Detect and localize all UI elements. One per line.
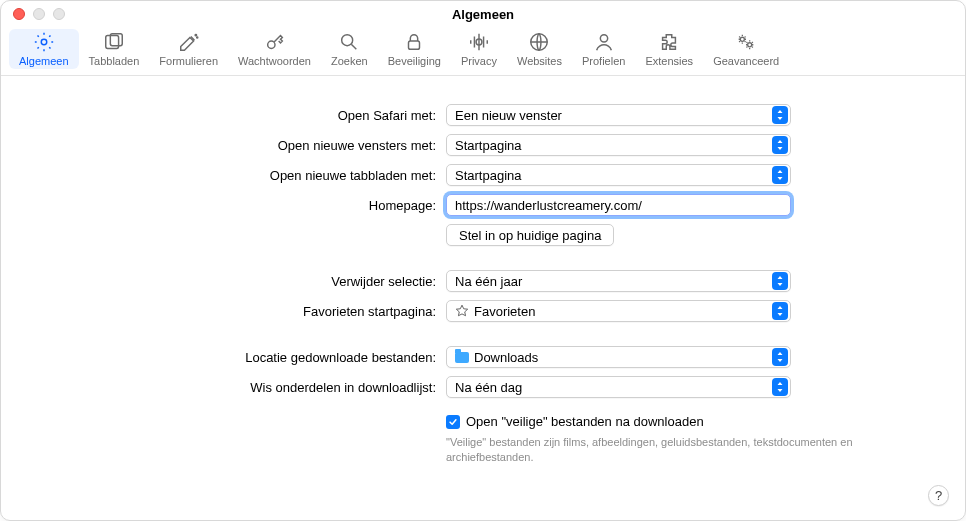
privacy-icon [468,31,490,53]
svg-rect-7 [409,41,420,49]
toolbar-tab-general[interactable]: Algemeen [9,29,79,69]
toolbar-tab-advanced[interactable]: Geavanceerd [703,29,789,69]
toolbar-tab-label: Formulieren [159,55,218,67]
favorites-home-value: Favorieten [455,304,772,319]
remove-selection-label: Verwijder selectie: [51,274,446,289]
profiles-icon [593,31,615,53]
svg-point-11 [740,37,744,41]
toolbar-tab-label: Profielen [582,55,625,67]
new-tabs-value: Startpagina [455,168,772,183]
general-icon [33,31,55,53]
security-icon [403,31,425,53]
new-windows-label: Open nieuwe vensters met: [51,138,446,153]
svg-point-0 [41,39,47,45]
open-safe-files-checkbox-row[interactable]: Open "veilige" bestanden na downloaden [446,414,791,429]
search-icon [338,31,360,53]
toolbar-tab-tabs[interactable]: Tabbladen [79,29,150,69]
set-homepage-button[interactable]: Stel in op huidige pagina [446,224,614,246]
select-arrows-icon [772,136,788,154]
folder-icon [455,352,469,363]
toolbar-tab-label: Wachtwoorden [238,55,311,67]
new-windows-value: Startpagina [455,138,772,153]
svg-point-12 [748,43,752,47]
window-title: Algemeen [1,7,965,22]
new-tabs-label: Open nieuwe tabbladen met: [51,168,446,183]
clear-downloads-label: Wis onderdelen in downloadlijst: [51,380,446,395]
svg-point-5 [267,41,274,48]
open-safe-files-label: Open "veilige" bestanden na downloaden [466,414,704,429]
toolbar-tab-search[interactable]: Zoeken [321,29,378,69]
toolbar-tab-label: Extensies [645,55,693,67]
select-arrows-icon [772,348,788,366]
favorites-home-label: Favorieten startpagina: [51,304,446,319]
autofill-icon [178,31,200,53]
clear-downloads-select[interactable]: Na één dag [446,376,791,398]
general-pane: Open Safari met: Een nieuw venster Open … [1,76,965,465]
toolbar-tab-label: Beveiliging [388,55,441,67]
new-windows-select[interactable]: Startpagina [446,134,791,156]
remove-selection-select[interactable]: Na één jaar [446,270,791,292]
passwords-icon [264,31,286,53]
download-location-value: Downloads [455,350,772,365]
toolbar-tab-websites[interactable]: Websites [507,29,572,69]
preferences-window: Algemeen AlgemeenTabbladenFormulierenWac… [0,0,966,521]
download-location-label: Locatie gedownloade bestanden: [51,350,446,365]
clear-downloads-value: Na één dag [455,380,772,395]
toolbar-tab-label: Privacy [461,55,497,67]
toolbar-tab-label: Websites [517,55,562,67]
open-safe-files-checkbox[interactable] [446,415,460,429]
toolbar-tab-passwords[interactable]: Wachtwoorden [228,29,321,69]
titlebar: Algemeen [1,1,965,27]
help-button[interactable]: ? [928,485,949,506]
star-icon [455,304,469,318]
toolbar-tab-label: Zoeken [331,55,368,67]
websites-icon [528,31,550,53]
toolbar-tab-extensions[interactable]: Extensies [635,29,703,69]
select-arrows-icon [772,166,788,184]
preferences-toolbar: AlgemeenTabbladenFormulierenWachtwoorden… [1,27,965,76]
svg-point-3 [195,34,196,35]
favorites-home-select[interactable]: Favorieten [446,300,791,322]
toolbar-tab-profiles[interactable]: Profielen [572,29,635,69]
select-arrows-icon [772,302,788,320]
download-location-select[interactable]: Downloads [446,346,791,368]
toolbar-tab-label: Geavanceerd [713,55,779,67]
open-safari-value: Een nieuw venster [455,108,772,123]
select-arrows-icon [772,106,788,124]
open-safe-files-help: "Veilige" bestanden zijn films, afbeeldi… [446,435,866,465]
svg-point-10 [600,35,607,42]
svg-point-4 [196,37,197,38]
svg-point-6 [342,35,353,46]
homepage-label: Homepage: [51,198,446,213]
toolbar-tab-label: Algemeen [19,55,69,67]
tabs-icon [103,31,125,53]
new-tabs-select[interactable]: Startpagina [446,164,791,186]
svg-rect-1 [106,36,119,49]
toolbar-tab-label: Tabbladen [89,55,140,67]
open-safari-label: Open Safari met: [51,108,446,123]
homepage-input[interactable] [446,194,791,216]
select-arrows-icon [772,272,788,290]
select-arrows-icon [772,378,788,396]
toolbar-tab-security[interactable]: Beveiliging [378,29,451,69]
advanced-icon [735,31,757,53]
extensions-icon [658,31,680,53]
open-safari-select[interactable]: Een nieuw venster [446,104,791,126]
toolbar-tab-privacy[interactable]: Privacy [451,29,507,69]
remove-selection-value: Na één jaar [455,274,772,289]
toolbar-tab-autofill[interactable]: Formulieren [149,29,228,69]
